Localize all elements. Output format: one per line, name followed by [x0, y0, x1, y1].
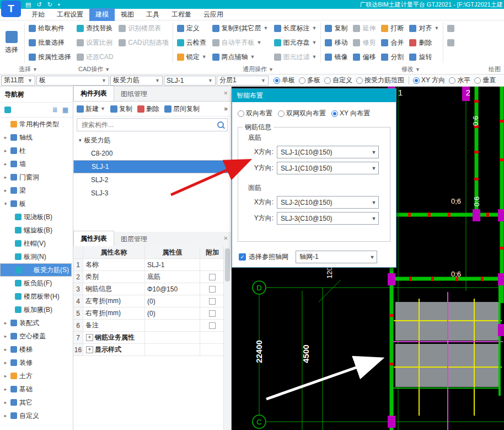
dialog-title-bar[interactable]: 智能布置 [232, 89, 396, 102]
table-row[interactable]: 1 名称 SLJ-1 [73, 259, 224, 271]
component-group[interactable]: ▾板受力筋 [73, 134, 231, 147]
draw-tool-button[interactable] [444, 35, 457, 50]
auto-align-slab-button[interactable]: 自动平齐板▼ [210, 35, 271, 50]
redo-icon[interactable]: ↻ [47, 1, 52, 8]
component-search[interactable] [77, 118, 228, 131]
radio-single-slab[interactable]: 单板 [274, 76, 295, 85]
tab-drawing-manage[interactable]: 图纸管理 [114, 87, 154, 101]
length-dimension-button[interactable]: 长度标注▼ [271, 21, 320, 35]
sidebar-item-foundation[interactable]: ▸基础 [0, 383, 73, 396]
sidebar-item-floor-slab-band[interactable]: 楼层板带(H) [0, 290, 73, 303]
trim-button[interactable]: 修剪 [350, 35, 378, 50]
search-icon[interactable] [217, 121, 224, 128]
copy-button[interactable]: 复制 [322, 21, 350, 35]
radio-xy-layout[interactable]: XY 向布置 [331, 109, 370, 118]
app-logo-icon[interactable]: T [1, 1, 21, 17]
sidebar-item-hollow-floor[interactable]: ▸空心楼盖 [0, 330, 73, 343]
floor-select[interactable]: 第11层▼ [1, 76, 35, 86]
table-row[interactable]: 16 +显示样式 [73, 344, 224, 356]
top-y-combo[interactable]: SLJ-3(C10@150)▼ [277, 212, 379, 225]
sidebar-item-slab-haunch[interactable]: 板加腋(B) [0, 303, 73, 316]
tab-project-settings[interactable]: 工程设置 [51, 8, 89, 21]
copy-component-button[interactable]: 复制 [110, 104, 132, 114]
restore-cad-button[interactable]: 还原CAD [74, 50, 116, 64]
interlayer-copy-button[interactable]: 层间复制 [164, 104, 200, 114]
table-row[interactable]: 3 钢筋信息 Φ10@150 [73, 283, 224, 295]
sidebar-item-slab-hole[interactable]: 板洞(N) [0, 250, 73, 263]
two-point-aux-axis-button[interactable]: 两点辅轴▼ [210, 50, 271, 64]
group-cad-label[interactable]: CAD操作 ▼ [78, 65, 110, 73]
sidebar-item-custom[interactable]: ▸自定义 [0, 409, 73, 422]
copy-to-other-floor-button[interactable]: 复制到其它层▼ [210, 21, 271, 35]
radio-two-way[interactable]: 双向布置 [238, 109, 272, 118]
lock-button[interactable]: 锁定▼ [174, 50, 210, 64]
sidebar-item-decoration[interactable]: ▸装修 [0, 356, 73, 369]
offset-button[interactable]: 偏移 [350, 50, 378, 64]
sidebar-item-slab-negative-rebar[interactable]: 板负筋(F) [0, 277, 73, 290]
caret-down-icon[interactable]: ▼ [369, 162, 378, 174]
caret-down-icon[interactable]: ▼ [369, 213, 378, 224]
sidebar-item-axis[interactable]: ▸轴线 [0, 131, 73, 144]
tab-layer-manage[interactable]: 图层管理 [114, 232, 154, 246]
move-button[interactable]: 移动 [322, 35, 350, 50]
sidebar-item-stairs[interactable]: ▸楼梯 [0, 343, 73, 356]
identify-floor-table-button[interactable]: 识别楼层表 [116, 21, 171, 35]
table-row[interactable]: 7 +钢筋业务属性 [73, 332, 224, 344]
sidebar-item-prefab[interactable]: ▸装配式 [0, 316, 73, 330]
set-scale-button[interactable]: 设置比例 [74, 35, 116, 50]
cloud-check-button[interactable]: 云检查 [174, 35, 210, 50]
split-button[interactable]: 分割 [378, 50, 406, 64]
tab-component-list[interactable]: 构件列表 [73, 86, 114, 101]
tab-quantity[interactable]: 工程量 [165, 8, 197, 21]
merge-button[interactable]: 合并 [378, 35, 406, 50]
expand-icon[interactable]: + [86, 334, 93, 341]
detail-view-icon[interactable]: ▦ [62, 106, 68, 114]
save-icon[interactable]: ▤ [25, 1, 31, 8]
table-row[interactable]: 2 类别 底筋 [73, 271, 224, 283]
radio-vertical[interactable]: 垂直 [474, 76, 496, 85]
group-select-label[interactable]: 选择 ▼ [19, 65, 37, 73]
group-modify-label[interactable]: 修改 ▼ [401, 65, 420, 73]
grid-select-combo[interactable]: 轴网-1▼ [296, 251, 377, 263]
find-replace-button[interactable]: 查找替换 [74, 21, 116, 35]
sidebar-item-others[interactable]: ▸其它 [0, 396, 73, 409]
caret-down-icon[interactable]: ▼ [368, 251, 377, 263]
tab-cloud[interactable]: 云应用 [197, 8, 229, 21]
cad-identify-options-button[interactable]: CAD识别选项 [116, 35, 171, 50]
break-button[interactable]: 打断 [378, 21, 406, 35]
element-filter-button[interactable]: 图元过滤▼ [271, 50, 320, 64]
table-row[interactable]: 5 右弯折(mm) (0) [73, 307, 224, 320]
component-item[interactable]: SLJ-3 [73, 187, 231, 200]
sidebar-item-cast-slab[interactable]: 现浇板(B) [0, 210, 73, 224]
element-save-button[interactable]: 图元存盘▼ [271, 35, 320, 50]
radio-xy-direction[interactable]: XY 方向 [413, 76, 445, 85]
extra-checkbox[interactable] [209, 298, 216, 305]
sidebar-item-spiral-slab[interactable]: 螺旋板(B) [0, 224, 73, 237]
caret-down-icon[interactable]: ▼ [369, 197, 378, 208]
sidebar-item-door-window[interactable]: ▸门窗洞 [0, 171, 73, 184]
new-component-button[interactable]: 新建▼ [77, 104, 105, 114]
bottom-x-combo[interactable]: SLJ-1(C10@150)▼ [277, 146, 379, 158]
sidebar-item-wall[interactable]: ▸墙 [0, 157, 73, 171]
close-icon[interactable]: × [223, 89, 228, 97]
quick-access-caret-icon[interactable]: ▾ [58, 2, 60, 7]
list-view-icon[interactable]: ≣ [52, 106, 58, 114]
tab-start[interactable]: 开始 [25, 8, 51, 21]
reference-grid-checkbox[interactable]: ✓ [239, 253, 246, 261]
sidebar-item-column[interactable]: ▸柱 [0, 144, 73, 157]
component-item[interactable]: C8-200 [73, 147, 231, 160]
undo-icon[interactable]: ↺ [36, 1, 41, 8]
table-row[interactable]: 6 备注 [73, 320, 224, 332]
delete-button[interactable]: 删除 [406, 35, 442, 50]
sidebar-item-slab[interactable]: ▾板 [0, 197, 73, 210]
batch-select-button[interactable]: 批量选择 [26, 35, 74, 50]
extra-checkbox[interactable] [209, 286, 216, 293]
scrollbar-thumb[interactable] [225, 248, 230, 282]
category-select[interactable]: 板▼ [36, 76, 109, 86]
extra-checkbox[interactable] [209, 310, 216, 317]
select-button[interactable]: 选择 [0, 21, 23, 65]
component-item-selected[interactable]: SLJ-1 [73, 160, 230, 173]
mirror-button[interactable]: 镜像 [322, 50, 350, 64]
tab-tools[interactable]: 工具 [140, 8, 165, 21]
table-row[interactable]: 4 左弯折(mm) (0) [73, 295, 224, 307]
